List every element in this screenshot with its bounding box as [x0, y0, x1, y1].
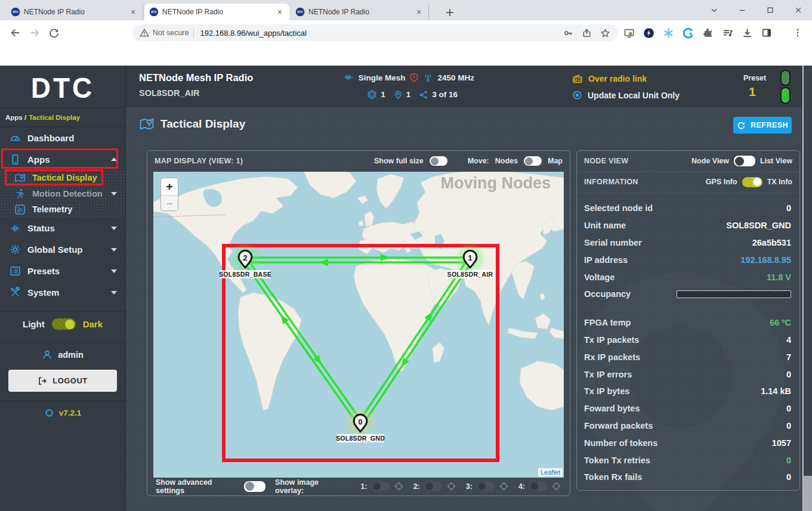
- desktop-share-icon[interactable]: [622, 26, 636, 40]
- download-icon[interactable]: [740, 26, 754, 40]
- apps-submenu: Tactical DisplayMotion DetectionTelemetr…: [0, 170, 125, 218]
- leaflet-attribution[interactable]: Leaflet: [538, 468, 563, 476]
- refresh-button[interactable]: REFRESH: [733, 117, 792, 134]
- info-row-value: 0: [786, 370, 791, 379]
- sidebar-item-system[interactable]: System: [0, 282, 125, 303]
- sidebar-item-global-setup[interactable]: Global Setup: [0, 239, 125, 261]
- image-overlay-toggle-2[interactable]: [424, 482, 442, 491]
- radio-button-icon[interactable]: [572, 90, 582, 100]
- page-title: Tactical Display: [139, 116, 245, 132]
- dashboard-icon: [10, 132, 21, 144]
- image-overlay-toggle-1[interactable]: [372, 482, 390, 491]
- browser-tab[interactable]: DTCNETNode IP Radio✕: [144, 4, 289, 20]
- mesh-mode-label: Single Mesh: [359, 73, 406, 82]
- image-overlay-toggle-3[interactable]: [477, 482, 495, 491]
- logout-button[interactable]: LOGOUT: [8, 370, 117, 392]
- map-zoom-control: + −: [160, 178, 178, 211]
- reload-button[interactable]: [47, 26, 61, 40]
- url-text[interactable]: 192.168.8.96/wui_apps/tactical: [200, 29, 555, 38]
- new-tab-button[interactable]: [443, 5, 457, 20]
- info-row: Serial number26a5b531: [584, 234, 791, 252]
- zoom-out-button[interactable]: −: [161, 195, 178, 211]
- image-overlay-group: 1:: [361, 481, 404, 491]
- info-row-label: Occupancy: [584, 289, 677, 299]
- close-button[interactable]: [784, 0, 812, 20]
- password-key-icon[interactable]: [563, 28, 573, 38]
- view-toggle[interactable]: [734, 156, 755, 166]
- tab-close-icon[interactable]: ✕: [128, 7, 138, 17]
- lightning-icon[interactable]: [641, 26, 656, 40]
- preset-label: Preset: [743, 74, 766, 82]
- crosshair-icon[interactable]: [394, 481, 404, 491]
- sidebar-item-tactical-display[interactable]: Tactical Display: [6, 170, 125, 186]
- scrollbar-thumb[interactable]: [804, 66, 812, 476]
- puzzle-icon[interactable]: [700, 26, 715, 40]
- info-row-label: Tx IP packets: [584, 335, 786, 345]
- info-row: Occupancy: [584, 286, 791, 303]
- maximize-button[interactable]: [756, 0, 784, 20]
- crosshair-icon[interactable]: [446, 481, 456, 491]
- list-view-label: List View: [760, 157, 792, 165]
- sidebar-item-label: Tactical Display: [32, 173, 117, 182]
- info-row: IP address192.168.8.95: [584, 251, 791, 268]
- theme-dark-label: Dark: [83, 319, 103, 329]
- theme-toggle[interactable]: [52, 318, 76, 330]
- playlist-icon[interactable]: [720, 26, 734, 40]
- dtc-logo: DTC: [0, 68, 125, 107]
- browser-titlebar: DTCNETNode IP Radio✕DTCNETNode IP Radio✕…: [0, 0, 812, 20]
- sidebar-item-telemetry[interactable]: Telemetry: [6, 202, 125, 218]
- move-toggle[interactable]: [524, 156, 542, 166]
- node-label: SOL8SDR_BASE: [219, 271, 271, 278]
- crosshair-icon[interactable]: [499, 481, 509, 491]
- minimize-button[interactable]: [728, 0, 756, 20]
- tab-close-icon[interactable]: ✕: [275, 7, 285, 17]
- sidebar-item-status[interactable]: Status: [0, 218, 125, 239]
- image-overlay-toggle-4[interactable]: [529, 482, 547, 491]
- crosshair-icon[interactable]: [551, 481, 561, 491]
- tab-close-icon[interactable]: ✕: [414, 7, 424, 17]
- chip-icon: [44, 408, 54, 418]
- sidebar-item-motion-detection[interactable]: Motion Detection: [6, 186, 125, 202]
- browser-tab[interactable]: DTCNETNode IP Radio✕: [6, 4, 143, 20]
- info-row: Token Tx retries0: [584, 451, 791, 469]
- map-node-0[interactable]: 0SOL8SDR_GND: [336, 407, 385, 442]
- info-toggle[interactable]: [742, 177, 762, 187]
- version-label: v7.2.1: [59, 408, 82, 417]
- sidebar-divider: [0, 401, 125, 401]
- info-row-label: Selected node id: [584, 203, 786, 213]
- map-node-1[interactable]: 1SOL8SDR_AIR: [447, 243, 493, 278]
- page-scrollbar[interactable]: [802, 66, 812, 511]
- info-row: Rx IP packets7: [584, 348, 791, 366]
- chevron-down-icon: [111, 248, 117, 252]
- info-row: Foward bytes0: [584, 400, 791, 417]
- tab-search-icon[interactable]: [700, 0, 728, 20]
- map-node-2[interactable]: 2SOL8SDR_BASE: [219, 243, 271, 278]
- map[interactable]: 2SOL8SDR_BASE1SOL8SDR_AIR0SOL8SDR_GND + …: [153, 172, 564, 478]
- image-overlay-index: 3:: [466, 482, 473, 491]
- bookmark-star-icon[interactable]: [600, 28, 610, 38]
- advanced-settings-toggle[interactable]: [244, 481, 265, 492]
- c-icon[interactable]: [681, 26, 695, 40]
- snowflake-icon[interactable]: [661, 26, 675, 40]
- sidebar-icon[interactable]: [759, 26, 774, 40]
- sidebar-item-dashboard[interactable]: Dashboard: [0, 127, 125, 148]
- sidebar-item-presets[interactable]: Presets: [0, 261, 125, 282]
- sidebar-item-apps[interactable]: Apps: [0, 148, 125, 170]
- security-label[interactable]: Not secure: [153, 29, 189, 37]
- node-label: SOL8SDR_GND: [336, 435, 385, 442]
- forward-button[interactable]: [27, 26, 42, 40]
- share-icon[interactable]: [582, 28, 592, 38]
- app-root: DTC Apps / Tactical Display DashboardApp…: [0, 66, 812, 511]
- back-button[interactable]: [8, 26, 23, 40]
- zoom-in-button[interactable]: +: [161, 178, 178, 195]
- node-view-title: NODE VIEW: [584, 157, 628, 165]
- breadcrumb-page: Tactical Display: [29, 114, 80, 121]
- info-row-value: 1057: [772, 438, 791, 448]
- browser-menu-icon[interactable]: [791, 26, 805, 40]
- info-row-value: 0: [786, 203, 791, 213]
- address-bar[interactable]: Not secure 192.168.8.96/wui_apps/tactica…: [132, 24, 618, 41]
- dtc-favicon: DTC: [295, 7, 305, 17]
- browser-tab[interactable]: DTCNETNode IP Radio✕: [291, 4, 429, 20]
- show-full-size-toggle[interactable]: [430, 156, 447, 166]
- info-row: Tx IP bytes1.14 kB: [584, 383, 791, 400]
